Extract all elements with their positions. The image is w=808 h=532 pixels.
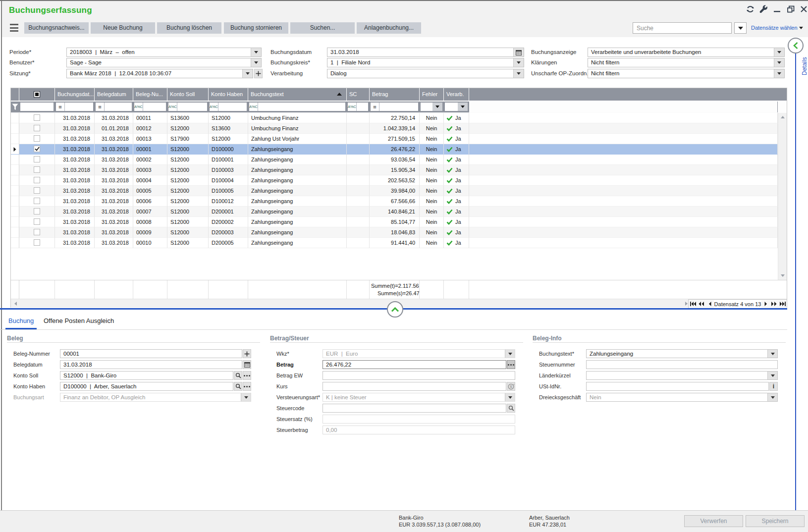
table-row[interactable]: 31.03.201831.03.201800013S17900S12000Zah… <box>11 134 787 144</box>
dropdown-caret-button[interactable] <box>774 48 784 56</box>
table-row[interactable]: 31.03.201831.03.201800002S12000D100001Za… <box>11 155 787 165</box>
close-icon[interactable] <box>800 5 808 13</box>
record-first-icon[interactable] <box>689 300 697 308</box>
filter-input-checkbox-col[interactable] <box>20 103 54 111</box>
row-checkbox[interactable] <box>34 114 40 121</box>
filter-op-text[interactable]: A%C <box>210 103 218 111</box>
table-row[interactable]: 31.03.201831.03.201800005S12000D100005Za… <box>11 186 787 196</box>
row-checkbox[interactable] <box>34 177 40 183</box>
tab-buchung[interactable]: Buchung <box>8 317 34 324</box>
betrag-input[interactable]: 26.476,22 <box>323 361 506 369</box>
steuernummer-input[interactable] <box>587 361 777 369</box>
buchungsanzeige-dropdown[interactable]: Verarbeitete und unverarbeitete Buchunge… <box>588 48 785 57</box>
column-header-konto-soll[interactable]: Konto Soll <box>167 88 209 101</box>
column-header-sc[interactable]: SC <box>347 88 370 101</box>
record-next-icon[interactable] <box>761 300 770 308</box>
toolbar-button-buchung-stornieren[interactable]: Buchung stornieren <box>224 22 288 34</box>
details-panel-label[interactable]: Details <box>801 57 808 75</box>
konto-soll-input[interactable]: S12000 | Bank-Giro <box>60 372 233 379</box>
kurs-input[interactable] <box>323 382 506 390</box>
search-icon[interactable] <box>234 382 242 391</box>
row-checkbox[interactable] <box>34 239 40 246</box>
table-row[interactable]: 31.03.201831.03.201800011S13600S12000Umb… <box>11 113 787 123</box>
filter-op-text[interactable]: A%C <box>134 103 143 111</box>
calendar-icon[interactable] <box>513 48 524 56</box>
dropdown-caret-button[interactable] <box>767 350 777 358</box>
scroll-up-icon[interactable] <box>778 113 787 121</box>
row-checkbox[interactable] <box>34 187 40 194</box>
beleg-nummer-input[interactable]: 00001 <box>60 350 242 358</box>
filter-input-buchungstext[interactable] <box>258 103 345 111</box>
laenderkuerzel-input[interactable] <box>587 372 767 379</box>
select-all-header-cell[interactable] <box>19 88 55 101</box>
betrag-ew-input[interactable] <box>323 372 515 379</box>
column-header-konto-haben[interactable]: Konto Haben <box>209 88 248 101</box>
expand-details-button[interactable] <box>788 38 804 53</box>
dropdown-caret-button[interactable] <box>774 58 784 67</box>
filter-input-sc[interactable] <box>357 103 368 111</box>
discard-button[interactable]: Verwerfen <box>684 515 743 527</box>
row-checkbox[interactable] <box>34 208 40 214</box>
filter-input-buchungsdatum[interactable] <box>65 103 93 111</box>
sitzung-dropdown[interactable]: Bank März 2018 | 12.04.2018 10:36:07 <box>66 69 253 78</box>
calendar-icon[interactable] <box>243 360 251 369</box>
belegdatum-input[interactable]: 31.03.2018 <box>60 361 242 369</box>
filter-input-verarb[interactable] <box>445 103 458 111</box>
scroll-left-icon[interactable] <box>11 299 20 308</box>
column-header-belegnummer[interactable]: Beleg-Nu... <box>133 88 167 101</box>
filter-op-equals[interactable]: = <box>56 103 65 111</box>
dropdown-caret-button[interactable] <box>251 58 261 67</box>
benutzer-dropdown[interactable]: Sage - Sage <box>66 58 262 67</box>
filter-input-belegdatum[interactable] <box>105 103 132 111</box>
column-header-betrag[interactable]: Betrag <box>370 88 420 101</box>
table-row[interactable]: 31.03.201831.03.201800010S12000D200005Za… <box>11 238 787 248</box>
table-row[interactable]: 31.03.201831.03.201800006S12000D100012Za… <box>11 196 787 207</box>
dropdown-caret-button[interactable] <box>767 372 777 379</box>
toolbar-button-suchen[interactable]: Suchen... <box>290 22 355 34</box>
minimize-icon[interactable] <box>773 6 781 14</box>
table-row[interactable]: 31.03.201831.03.201800008S12000D200002Za… <box>11 217 787 227</box>
filter-dropdown-fehler[interactable] <box>432 103 442 111</box>
buchungsdatum-field[interactable]: 31.03.2018 <box>327 48 524 57</box>
record-last-icon[interactable] <box>778 300 787 308</box>
ellipsis-icon[interactable] <box>243 382 251 391</box>
filter-op-text[interactable]: A%C <box>168 103 177 111</box>
dropdown-caret-button[interactable] <box>513 69 524 78</box>
refresh-icon[interactable] <box>746 5 754 13</box>
filter-op-equals[interactable]: = <box>96 103 105 111</box>
settings-wrench-icon[interactable] <box>759 5 768 13</box>
toolbar-button-neue-buchung[interactable]: Neue Buchung <box>91 22 155 34</box>
toolbar-button-buchung-loeschen[interactable]: Buchung löschen <box>157 22 221 34</box>
periode-dropdown[interactable]: 2018003 | März – offen <box>66 48 262 57</box>
filter-dropdown-verarb[interactable] <box>458 103 468 111</box>
row-checkbox[interactable] <box>34 166 40 173</box>
verarbeitung-dropdown[interactable]: Dialog <box>327 69 524 78</box>
search-filter-button[interactable] <box>734 22 747 34</box>
row-checkbox[interactable] <box>34 156 40 162</box>
record-next-page-icon[interactable] <box>770 300 778 308</box>
scroll-down-icon[interactable] <box>778 271 787 280</box>
records-select-caret-icon[interactable] <box>799 27 803 29</box>
select-all-checkbox[interactable] <box>34 91 40 98</box>
record-prev-icon[interactable] <box>705 300 714 308</box>
plus-icon[interactable] <box>243 349 251 358</box>
table-row[interactable]: 31.03.201831.03.201800007S12000D200001Za… <box>11 207 787 217</box>
column-header-buchungsdatum[interactable]: Buchungsdat... <box>55 88 95 101</box>
search-icon[interactable] <box>234 371 242 380</box>
filter-input-belegnummer[interactable] <box>143 103 166 111</box>
konto-haben-input[interactable]: D100000 | Arber, Sauerlach <box>60 382 233 390</box>
dropdown-caret-button[interactable] <box>251 48 261 56</box>
klaerungen-dropdown[interactable]: Nicht filtern <box>588 58 785 67</box>
filter-input-konto-haben[interactable] <box>218 103 247 111</box>
collapse-panel-button[interactable] <box>387 301 403 318</box>
grid-vertical-scrollbar[interactable] <box>778 113 787 280</box>
toolbar-button-buchungsnachweis[interactable]: Buchungsnachweis... <box>24 22 89 34</box>
filter-funnel-cell[interactable] <box>11 102 19 112</box>
search-icon[interactable] <box>507 404 515 413</box>
filter-op-text[interactable]: A%C <box>249 103 258 111</box>
records-select-link[interactable]: Datensätze wählen <box>751 25 798 31</box>
table-row[interactable]: 31.03.201801.01.201800012S12000S13600Umb… <box>11 123 787 134</box>
row-checkbox[interactable] <box>34 198 40 204</box>
row-checkbox[interactable] <box>34 229 40 235</box>
ust-idnr-input[interactable] <box>587 382 768 390</box>
